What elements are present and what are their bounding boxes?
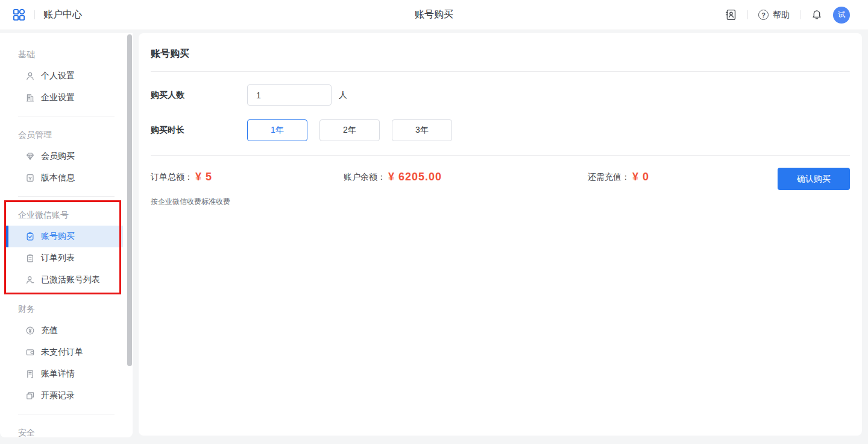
account-balance-label: 账户余额： <box>344 172 386 183</box>
sidebar-item-recharge[interactable]: 充值 <box>6 320 123 341</box>
sidebar-section-security: 安全 <box>0 422 133 437</box>
apps-grid-icon[interactable] <box>12 8 26 22</box>
sidebar-divider <box>18 196 115 197</box>
content-divider <box>151 71 850 72</box>
duration-option-2year[interactable]: 2年 <box>319 119 380 141</box>
clipboard-list-icon <box>25 253 35 263</box>
order-total: 订单总额： ¥ 5 <box>151 171 212 183</box>
order-total-value: ¥ 5 <box>195 171 212 183</box>
help-label: 帮助 <box>773 10 790 21</box>
user-icon <box>25 71 35 81</box>
sidebar-item-label: 企业设置 <box>41 92 75 103</box>
contacts-icon[interactable] <box>725 8 737 21</box>
purchase-count-row: 购买人数 人 <box>151 84 850 106</box>
sidebar-item-activated-accounts[interactable]: 已激活账号列表 <box>6 269 123 291</box>
sidebar-section-basic: 基础 <box>0 43 133 65</box>
help-icon: ? <box>758 10 769 20</box>
duration-option-1year[interactable]: 1年 <box>247 119 307 141</box>
account-balance: 账户余额： ¥ 6205.00 <box>344 171 442 183</box>
sidebar-divider <box>18 414 115 414</box>
recharge-needed-value: ¥ 0 <box>632 171 649 183</box>
sidebar-item-label: 会员购买 <box>41 151 75 162</box>
sidebar-item-version-info[interactable]: 版本信息 <box>6 167 123 189</box>
notification-bell-icon[interactable] <box>811 9 823 21</box>
clipboard-check-icon <box>25 232 35 241</box>
yuan-circle-icon <box>25 326 35 335</box>
user-check-icon <box>25 275 35 285</box>
gem-icon <box>25 151 35 161</box>
purchase-count-unit: 人 <box>339 90 347 101</box>
recharge-needed: 还需充值： ¥ 0 <box>588 171 649 183</box>
content-title: 账号购买 <box>151 33 850 71</box>
topbar-divider <box>747 10 748 19</box>
sidebar-item-membership-purchase[interactable]: 会员购买 <box>6 145 123 167</box>
purchase-duration-row: 购买时长 1年 2年 3年 <box>151 119 850 141</box>
sidebar-item-account-purchase[interactable]: 账号购买 <box>6 226 123 247</box>
sidebar-item-label: 未支付订单 <box>41 347 83 358</box>
sidebar-item-label: 订单列表 <box>41 253 75 264</box>
main-panel: 账号购买 购买人数 人 购买时长 1年 2年 3年 订单总额： ¥ 5 账户余额… <box>139 33 862 436</box>
purchase-count-input[interactable] <box>247 84 332 106</box>
account-balance-value: ¥ 6205.00 <box>388 171 442 183</box>
order-summary: 订单总额： ¥ 5 账户余额： ¥ 6205.00 还需充值： ¥ 0 按企业微… <box>151 156 850 228</box>
sidebar-item-label: 开票记录 <box>41 390 75 401</box>
purchase-count-label: 购买人数 <box>151 90 247 101</box>
topbar-divider <box>34 10 35 19</box>
sidebar-item-company-settings[interactable]: 企业设置 <box>6 87 123 109</box>
topbar-divider <box>800 10 800 19</box>
user-avatar[interactable]: 试 <box>833 7 850 24</box>
recharge-needed-label: 还需充值： <box>588 172 630 183</box>
purchase-duration-label: 购买时长 <box>151 125 247 136</box>
sidebar-divider <box>18 116 115 116</box>
topbar: 账户中心 账号购买 ? 帮助 试 <box>0 0 868 30</box>
sidebar-item-personal-settings[interactable]: 个人设置 <box>6 65 123 87</box>
sidebar-item-label: 账号购买 <box>41 231 75 242</box>
sidebar-item-unpaid-orders[interactable]: 未支付订单 <box>6 341 123 363</box>
help-button[interactable]: ? 帮助 <box>758 10 790 21</box>
order-total-label: 订单总额： <box>151 172 193 183</box>
duration-option-3year[interactable]: 3年 <box>392 119 452 141</box>
sidebar-item-label: 充值 <box>41 325 58 336</box>
sidebar-item-order-list[interactable]: 订单列表 <box>6 247 123 269</box>
wallet-icon <box>25 347 35 357</box>
invoice-icon <box>25 391 35 401</box>
sidebar-item-invoice-records[interactable]: 开票记录 <box>6 385 123 407</box>
sidebar-scrollbar[interactable] <box>127 34 132 366</box>
sidebar-item-label: 账单详情 <box>41 369 75 379</box>
sidebar-item-label: 个人设置 <box>41 71 75 81</box>
sidebar-section-finance: 财务 <box>0 298 133 320</box>
sidebar-item-label: 版本信息 <box>41 173 75 183</box>
building-icon <box>25 93 35 103</box>
bill-doc-icon <box>25 369 35 379</box>
sidebar-section-membership: 会员管理 <box>0 124 133 145</box>
app-brand: 账户中心 <box>43 8 82 21</box>
sidebar-item-bill-details[interactable]: 账单详情 <box>6 363 123 385</box>
sidebar-section-wecom-account: 企业微信账号 <box>0 204 133 226</box>
sidebar: 基础 个人设置 企业设置 会员管理 会员购买 <box>0 33 133 437</box>
version-doc-icon <box>25 173 35 183</box>
sidebar-item-label: 已激活账号列表 <box>41 274 100 285</box>
confirm-purchase-button[interactable]: 确认购买 <box>778 168 850 190</box>
sidebar-spacer <box>0 291 133 298</box>
pricing-note: 按企业微信收费标准收费 <box>151 197 230 207</box>
